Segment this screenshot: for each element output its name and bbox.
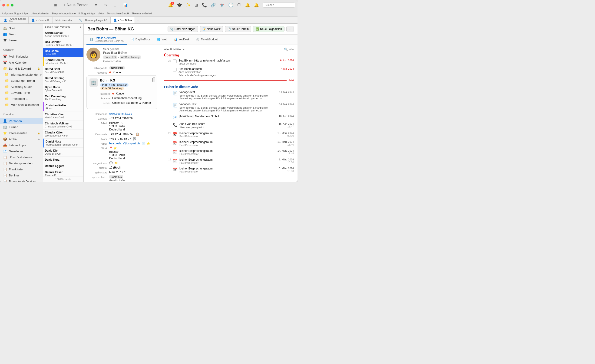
timer-icon[interactable]: ⏱ bbox=[237, 3, 241, 7]
activities-filter-button[interactable]: Alle Aktivitäten ▾ bbox=[164, 48, 184, 51]
quicknav-item-0[interactable]: Aufgaben Blogbeiträge bbox=[2, 12, 28, 15]
contact-item-dennis-eggers[interactable]: Dennis Eggers bbox=[43, 163, 84, 169]
sidebar-item-personen[interactable]: 👤 Personen bbox=[0, 118, 43, 124]
activity-checkbox-0[interactable] bbox=[173, 59, 177, 63]
grid-icon[interactable]: ⊞ bbox=[195, 3, 198, 8]
more-actions-button[interactable]: ··· bbox=[286, 26, 294, 32]
sidebar-item-beratungen-berlin[interactable]: 📁 Beratungen Berlin bbox=[0, 77, 43, 83]
phone-copy-icon[interactable]: 📋 bbox=[136, 133, 139, 136]
contact-item-bjoern-bonn[interactable]: Björn Bonn Björn Bonn e.K. bbox=[43, 84, 84, 93]
tab-ariane-schick[interactable]: 👤 - Ariane Schick Start bbox=[1, 17, 28, 23]
quicknav-item-2[interactable]: Besprechungsräume bbox=[52, 12, 76, 15]
tab-daylite-docs[interactable]: 📄 DayliteDocs bbox=[127, 34, 154, 45]
maximize-button[interactable] bbox=[11, 4, 14, 7]
new-note-button[interactable]: 📝 Neue Notiz bbox=[200, 26, 223, 32]
sidebar-item-offene-bestndskunden[interactable]: 📋 offene Bestndskunden... bbox=[0, 154, 43, 160]
contact-item-christoph-volkmer[interactable]: Christoph Volkmer Christoph Volkmer OHG bbox=[43, 120, 84, 130]
chat-icon[interactable]: 💬 bbox=[109, 161, 113, 165]
contact-item-bernd-berater[interactable]: Bernd Berater Mondschein GmbH bbox=[43, 57, 84, 66]
sidebar-item-berliner[interactable]: 📋 Berliner bbox=[0, 172, 43, 178]
sidebar-item-firmen[interactable]: 🏢 Firmen bbox=[0, 124, 43, 130]
alert-icon[interactable]: 🔔 bbox=[245, 3, 250, 8]
contact-item-david-diel[interactable]: David Diel David Diel GbR bbox=[43, 148, 84, 157]
mobil-chat-icon[interactable]: 💬 bbox=[133, 137, 136, 140]
contact-item-bernd-bruening[interactable]: Bernd Brüning Bernd Brüning e.K. bbox=[43, 75, 84, 84]
sidebar-item-freelancer-1[interactable]: 📁 Freelancer 1 bbox=[0, 96, 43, 102]
activity-checkbox-1[interactable] bbox=[173, 68, 177, 71]
contact-item-ariane-schick[interactable]: Ariane Schick Ariane Schick GmbH bbox=[43, 30, 84, 39]
sidebar-item-start[interactable]: 🏠 Start bbox=[0, 25, 43, 31]
notifications-bell-icon[interactable]: 🔔1 bbox=[168, 3, 173, 8]
tab-beratung-unger[interactable]: 🔧 - Beratung Unger AG bbox=[76, 17, 111, 23]
contact-item-dennis-esser[interactable]: Dennis Esser Esser e.K. bbox=[43, 169, 84, 176]
email-link[interactable]: bea.boehm@iosxpert.biz bbox=[109, 142, 140, 145]
contact-item-carl-consulting[interactable]: Carl Consulting Fix Consulting bbox=[43, 93, 84, 102]
dropdown-button[interactable]: ▾ bbox=[93, 2, 99, 8]
bell-icon[interactable]: 🔔 bbox=[254, 3, 259, 8]
sidebar-item-beratungskunden[interactable]: 📋 Beratungskunden bbox=[0, 160, 43, 166]
layout-single-button[interactable]: ▭ bbox=[102, 2, 109, 8]
search-input[interactable] bbox=[263, 3, 295, 8]
quicknav-item-4[interactable]: Viktor bbox=[98, 12, 104, 15]
sidebar-item-frankfurter[interactable]: 📋 Frankfurter bbox=[0, 166, 43, 172]
layout-split-button[interactable]: ⊟ bbox=[112, 2, 118, 8]
scissors-icon[interactable]: ✂️ bbox=[220, 3, 225, 8]
quicknav-item-6[interactable]: Thielmann GmbH bbox=[132, 12, 152, 15]
share-icon[interactable]: 🔗 bbox=[211, 3, 216, 8]
new-appointment-button[interactable]: 🕐 Neuer Termin bbox=[225, 26, 251, 32]
close-button[interactable] bbox=[2, 4, 5, 7]
ap-buchh-tag[interactable]: Böhm KG bbox=[109, 175, 123, 179]
quicknav-item-3[interactable]: !! Blogbeiträge bbox=[78, 12, 95, 15]
contact-item-christian-kies[interactable]: Christian Kies Hart & Kies OHG bbox=[43, 111, 84, 120]
filter-icon[interactable]: ⊻ bbox=[79, 25, 82, 28]
sidebar-item-edwards-time[interactable]: 📁 Edwards Time bbox=[0, 89, 43, 96]
sidebar-item-informationskalender[interactable]: 📁 Informationskalender ▶ bbox=[0, 71, 43, 77]
layout-chart-button[interactable]: 📊 bbox=[121, 2, 129, 8]
add-file-button[interactable]: 📎 Datei hinzufügen bbox=[168, 26, 198, 32]
email-copy-icon[interactable]: ✉️ bbox=[142, 142, 145, 145]
sidebar-item-team[interactable]: 👥 Team bbox=[0, 31, 43, 37]
sidebar-item-mein-kalender[interactable]: 📅 Mein Kalender bbox=[0, 53, 43, 59]
minimize-button[interactable] bbox=[7, 4, 9, 7]
folder-icon-integration[interactable]: 📁 bbox=[114, 161, 118, 165]
graduation-icon[interactable]: 🎓 bbox=[177, 3, 182, 8]
contact-item-david-kurz[interactable]: David Kurz bbox=[43, 157, 84, 163]
tab-web[interactable]: 🌐 Web bbox=[154, 34, 170, 45]
sidebar-item-letzter-import[interactable]: 📥 Letzter Import bbox=[0, 142, 43, 148]
sidebar-item-archiv[interactable]: 📦 Archiv ▶ bbox=[0, 136, 43, 142]
tab-details-aktivitaet[interactable]: ℹ️ Details & Aktivität Gesellschafter um… bbox=[86, 34, 127, 45]
sparkle-icon[interactable]: ✨ bbox=[186, 3, 191, 8]
tab-sevdesk[interactable]: 📊 sevDesk bbox=[170, 34, 193, 45]
sidebar-item-alle-kalender[interactable]: 📅 Alle Kalender bbox=[0, 59, 43, 65]
sidebar-item-abteilung-grafik[interactable]: 📁 Abteilung Grafik bbox=[0, 83, 43, 89]
company-close-button[interactable]: − bbox=[152, 77, 155, 82]
contact-item-bernd-bohl[interactable]: Bernd Bohl Bernd Bohl OHG bbox=[43, 66, 84, 75]
sidebar-toggle-button[interactable]: ⊞ bbox=[52, 2, 59, 8]
homepage-link[interactable]: www.boehm.kg.de bbox=[109, 112, 132, 115]
new-followup-button[interactable]: ✅ Neue Folgeaktion bbox=[253, 26, 284, 32]
sidebar-item-firma-kunde-beratung[interactable]: 📋 Firma= Kunde Beratung bbox=[0, 178, 43, 182]
contact-item-daniel-nass[interactable]: Daniel Nass Werbeagentur Schlicht GmbH bbox=[43, 139, 84, 148]
sidebar-item-bernd-edward[interactable]: 📁 Bernd & Edward 🔒 bbox=[0, 65, 43, 71]
sidebar-item-newsletter[interactable]: 📧 Newsletter bbox=[0, 148, 43, 154]
tab-add-button[interactable]: + bbox=[135, 17, 142, 23]
clock-icon[interactable]: 🕐 bbox=[228, 3, 233, 8]
quicknav-item-5[interactable]: Mondschein GmbH bbox=[107, 12, 129, 15]
email-star-icon[interactable]: ⭐ bbox=[147, 142, 150, 145]
sidebar-item-interessenten[interactable]: ⭐ Interessenten 🔒 bbox=[0, 130, 43, 136]
contact-item-christian-keller[interactable]: Christian Keller Einrot bbox=[43, 102, 84, 111]
sort-label[interactable]: Sortiert nach Vorname bbox=[45, 25, 70, 28]
tab-time-budget[interactable]: ⏱️ Time&Budget bbox=[193, 34, 221, 45]
sidebar-item-lernen[interactable]: 🎓 Lernen bbox=[0, 37, 43, 43]
tab-bea-boehm[interactable]: 👤 - Bea Böhm bbox=[111, 17, 135, 23]
tab-kress[interactable]: 👤 - Kress e.K. bbox=[28, 17, 53, 23]
contact-item-bea-boehm[interactable]: Bea Böhm Böhm KG bbox=[43, 48, 84, 57]
contact-item-claudia-kaefer[interactable]: Claudia Käfer Werbeagentur Käfer bbox=[43, 130, 84, 139]
company-tag[interactable]: Böhm KG bbox=[103, 55, 117, 59]
tab-mein-kalender[interactable]: Mein Kalender bbox=[53, 17, 76, 23]
phone-icon[interactable]: 📞 bbox=[202, 3, 207, 8]
work-star-icon[interactable]: ⭐ bbox=[113, 146, 117, 150]
sidebar-item-mein-spezialkalender[interactable]: 📁 Mein spezialkalender bbox=[0, 102, 43, 108]
quicknav-item-1[interactable]: Urlaubskalender bbox=[31, 12, 49, 15]
contact-item-bea-brinker[interactable]: Bea Brinker Brinker & Schmidt GmbH bbox=[43, 39, 84, 48]
